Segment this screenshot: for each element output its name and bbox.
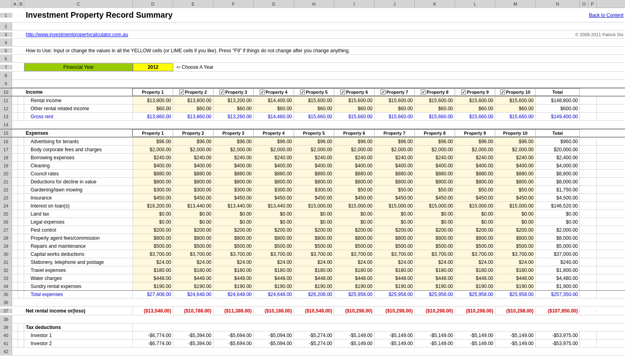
gardening-p6[interactable]: $50.00 bbox=[334, 186, 375, 193]
other-rental-p3[interactable]: $60.00 bbox=[213, 105, 254, 112]
rental-income-p1[interactable]: $13,800.00 bbox=[133, 97, 173, 104]
advertising-p4[interactable]: $96.00 bbox=[254, 138, 294, 145]
rental-income-p9[interactable]: $15,600.00 bbox=[455, 97, 495, 104]
rental-income-p8[interactable]: $15,600.00 bbox=[415, 97, 455, 104]
water-p3[interactable]: $448.00 bbox=[213, 274, 254, 282]
travel-p1[interactable]: $180.00 bbox=[133, 266, 173, 274]
capital-works-p8[interactable]: $3,700.00 bbox=[415, 250, 455, 258]
borrowing-p1[interactable]: $240.00 bbox=[133, 154, 173, 161]
agent-fees-p5[interactable]: $800.00 bbox=[294, 234, 334, 242]
other-rental-p9[interactable]: $60.00 bbox=[455, 105, 495, 112]
interest-p9[interactable]: $15,000.00 bbox=[455, 202, 495, 210]
interest-p7[interactable]: $15,000.00 bbox=[375, 202, 415, 210]
interest-p3[interactable]: $13,440.00 bbox=[213, 202, 254, 210]
body-corp-p6[interactable]: $2,000.00 bbox=[334, 146, 375, 153]
advertising-p8[interactable]: $96.00 bbox=[415, 138, 455, 145]
rental-income-p5[interactable]: $15,600.00 bbox=[294, 97, 334, 104]
interest-p2[interactable]: $13,440.00 bbox=[173, 202, 213, 210]
body-corp-p3[interactable]: $2,000.00 bbox=[213, 146, 254, 153]
pest-p9[interactable]: $200.00 bbox=[455, 226, 495, 234]
financial-year-value-cell[interactable]: 2012 bbox=[133, 63, 173, 71]
travel-p4[interactable]: $180.00 bbox=[254, 266, 294, 274]
sundry-p9[interactable]: $190.00 bbox=[455, 282, 495, 290]
decline-p1[interactable]: $800.00 bbox=[133, 178, 173, 185]
stationery-p2[interactable]: $24.00 bbox=[173, 258, 213, 266]
borrowing-p8[interactable]: $240.00 bbox=[415, 154, 455, 161]
rental-income-p6[interactable]: $15,600.00 bbox=[334, 97, 375, 104]
interest-p10[interactable]: $15,000.00 bbox=[495, 202, 536, 210]
borrowing-p9[interactable]: $240.00 bbox=[455, 154, 495, 161]
borrowing-p4[interactable]: $240.00 bbox=[254, 154, 294, 161]
cleaning-p9[interactable]: $400.00 bbox=[455, 162, 495, 169]
council-p9[interactable]: $880.00 bbox=[455, 170, 495, 177]
pest-p2[interactable]: $200.00 bbox=[173, 226, 213, 234]
agent-fees-p10[interactable]: $800.00 bbox=[495, 234, 536, 242]
body-corp-p1[interactable]: $2,000.00 bbox=[133, 146, 173, 153]
cleaning-p7[interactable]: $400.00 bbox=[375, 162, 415, 169]
travel-p8[interactable]: $180.00 bbox=[415, 266, 455, 274]
land-tax-p7[interactable]: $0.00 bbox=[375, 210, 415, 218]
land-tax-p10[interactable]: $0.00 bbox=[495, 210, 536, 218]
advertising-p3[interactable]: $96.00 bbox=[213, 138, 254, 145]
advertising-p6[interactable]: $96.00 bbox=[334, 138, 375, 145]
cleaning-p6[interactable]: $400.00 bbox=[334, 162, 375, 169]
repairs-p2[interactable]: $500.00 bbox=[173, 242, 213, 250]
decline-p5[interactable]: $800.00 bbox=[294, 178, 334, 185]
agent-fees-p9[interactable]: $800.00 bbox=[455, 234, 495, 242]
cleaning-p1[interactable]: $400.00 bbox=[133, 162, 173, 169]
council-p3[interactable]: $880.00 bbox=[213, 170, 254, 177]
pest-p3[interactable]: $200.00 bbox=[213, 226, 254, 234]
rental-income-p3[interactable]: $13,200.00 bbox=[213, 97, 254, 104]
council-p1[interactable]: $880.00 bbox=[133, 170, 173, 177]
capital-works-p7[interactable]: $3,700.00 bbox=[375, 250, 415, 258]
p10-checkbox[interactable]: ✓ bbox=[500, 90, 505, 95]
repairs-p10[interactable]: $500.00 bbox=[495, 242, 536, 250]
travel-p2[interactable]: $180.00 bbox=[173, 266, 213, 274]
council-p8[interactable]: $880.00 bbox=[415, 170, 455, 177]
travel-p10[interactable]: $180.00 bbox=[495, 266, 536, 274]
back-to-content-link[interactable]: Back to Content bbox=[589, 12, 623, 18]
sundry-p3[interactable]: $190.00 bbox=[213, 282, 254, 290]
legal-p1[interactable]: $0.00 bbox=[133, 218, 173, 226]
other-rental-p4[interactable]: $60.00 bbox=[254, 105, 294, 112]
body-corp-p8[interactable]: $2,000.00 bbox=[415, 146, 455, 153]
land-tax-p2[interactable]: $0.00 bbox=[173, 210, 213, 218]
body-corp-p7[interactable]: $2,000.00 bbox=[375, 146, 415, 153]
water-p5[interactable]: $448.00 bbox=[294, 274, 334, 282]
capital-works-p10[interactable]: $3,700.00 bbox=[495, 250, 536, 258]
body-corp-p5[interactable]: $2,000.00 bbox=[294, 146, 334, 153]
stationery-p5[interactable]: $24.00 bbox=[294, 258, 334, 266]
council-p5[interactable]: $880.00 bbox=[294, 170, 334, 177]
cleaning-p10[interactable]: $400.00 bbox=[495, 162, 536, 169]
travel-p9[interactable]: $180.00 bbox=[455, 266, 495, 274]
repairs-p7[interactable]: $500.00 bbox=[375, 242, 415, 250]
repairs-p4[interactable]: $500.00 bbox=[254, 242, 294, 250]
p9-checkbox[interactable]: ✓ bbox=[461, 90, 466, 95]
water-p8[interactable]: $448.00 bbox=[415, 274, 455, 282]
land-tax-p8[interactable]: $0.00 bbox=[415, 210, 455, 218]
agent-fees-p4[interactable]: $800.00 bbox=[254, 234, 294, 242]
advertising-p5[interactable]: $96.00 bbox=[294, 138, 334, 145]
legal-p3[interactable]: $0.00 bbox=[213, 218, 254, 226]
cleaning-p4[interactable]: $400.00 bbox=[254, 162, 294, 169]
other-rental-p8[interactable]: $60.00 bbox=[415, 105, 455, 112]
rental-income-p7[interactable]: $15,600.00 bbox=[375, 97, 415, 104]
insurance-p8[interactable]: $450.00 bbox=[415, 194, 455, 202]
legal-p6[interactable]: $0.00 bbox=[334, 218, 375, 226]
p3-checkbox[interactable]: ✓ bbox=[219, 90, 224, 95]
gardening-p4[interactable]: $300.00 bbox=[254, 186, 294, 193]
legal-p9[interactable]: $0.00 bbox=[455, 218, 495, 226]
capital-works-p1[interactable]: $3,700.00 bbox=[133, 250, 173, 258]
advertising-p10[interactable]: $96.00 bbox=[495, 138, 536, 145]
legal-p8[interactable]: $0.00 bbox=[415, 218, 455, 226]
decline-p3[interactable]: $800.00 bbox=[213, 178, 254, 185]
insurance-p2[interactable]: $450.00 bbox=[173, 194, 213, 202]
cleaning-p8[interactable]: $400.00 bbox=[415, 162, 455, 169]
travel-p6[interactable]: $180.00 bbox=[334, 266, 375, 274]
other-rental-p10[interactable]: $60.00 bbox=[495, 105, 536, 112]
capital-works-p9[interactable]: $3,700.00 bbox=[455, 250, 495, 258]
capital-works-p3[interactable]: $3,700.00 bbox=[213, 250, 254, 258]
insurance-p9[interactable]: $450.00 bbox=[455, 194, 495, 202]
sundry-p10[interactable]: $190.00 bbox=[495, 282, 536, 290]
sundry-p7[interactable]: $190.00 bbox=[375, 282, 415, 290]
